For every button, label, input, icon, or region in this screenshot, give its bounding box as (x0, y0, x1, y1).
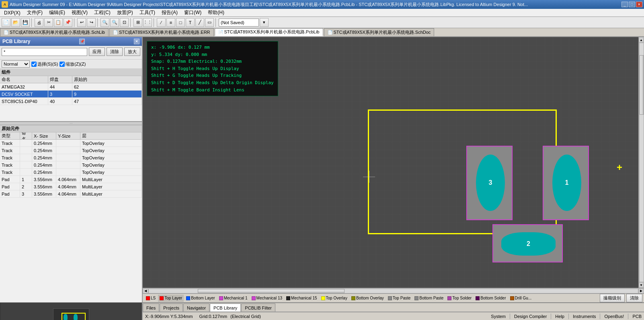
vscroll-track[interactable] (639, 43, 644, 282)
layer-mech15[interactable]: Mechanical 15 (285, 295, 318, 302)
status-help[interactable]: Help (555, 314, 564, 319)
primitive-resize-handle[interactable]: ⋯ (0, 122, 142, 125)
zoom-fit-btn[interactable]: ⊡ (120, 18, 129, 27)
clear-button[interactable]: 清除 (107, 47, 123, 56)
component-row-dc5v[interactable]: DC5V SOCKET 3 9 (0, 91, 142, 98)
status-mode: (Electrical Grid) (230, 314, 261, 319)
tab-pcblib[interactable]: 📄 STC或AT89X5X系列单片机最小系统电路.PcbLib (215, 28, 323, 36)
line-btn[interactable]: ╱ (195, 18, 204, 27)
layer-bottom-paste[interactable]: Bottom Paste (413, 295, 445, 302)
paste-btn[interactable]: 📌 (64, 18, 72, 27)
print-btn[interactable]: 🖨 (35, 18, 43, 27)
text-btn[interactable]: T (186, 18, 195, 27)
prim-row-3[interactable]: Track 0.254mm TopOverlay (0, 161, 142, 169)
layer-bottom-overlay-color (351, 296, 355, 300)
wire-btn[interactable]: ∕ (157, 18, 166, 27)
menu-help[interactable]: 帮助(H) (205, 8, 228, 17)
prim-row-5[interactable]: Pad 1 3.556mm 4.064mm MultiLayer (0, 176, 142, 183)
panel-pin-button[interactable]: 📌 (79, 39, 85, 44)
prim-row-1[interactable]: Track 0.254mm TopOverlay (0, 147, 142, 154)
tab-schlib[interactable]: 📄 STC或AT89X5X系列单片机最小系统电路.SchLib (0, 28, 109, 36)
layer-top-solder[interactable]: Top Solder (446, 295, 473, 302)
status-pcb[interactable]: PCB (632, 314, 642, 319)
layer-top-overlay[interactable]: Top Overlay (320, 295, 349, 302)
tab-projects[interactable]: Projects (160, 303, 183, 312)
layer-clear-button[interactable]: 清除 (626, 294, 642, 302)
menu-reports[interactable]: 报告(A) (158, 8, 181, 17)
menu-place[interactable]: 放置(P) (114, 8, 136, 17)
prim-row-4[interactable]: Track 0.254mm TopOverlay (0, 169, 142, 176)
prim-row-2[interactable]: Track 0.254mm TopOverlay (0, 154, 142, 161)
layer-top[interactable]: Top Layer (158, 295, 184, 302)
component-row-atmega32[interactable]: ATMEGA32 44 62 (0, 83, 142, 91)
status-sep5 (628, 314, 628, 319)
snap-btn[interactable]: ⊞ (133, 18, 142, 27)
component-btn[interactable]: □ (176, 18, 185, 27)
zoom-in-btn[interactable]: 🔍 (100, 18, 109, 27)
select-checkbox[interactable] (31, 62, 37, 67)
layer-bottom[interactable]: Bottom Layer (185, 295, 216, 302)
tab-schdoc[interactable]: 📄 STC或AT89X5X系列单片机最小系统电路.SchDoc (324, 28, 435, 36)
layer-drill-guide[interactable]: Drill Gu... (509, 295, 533, 302)
hscroll-track[interactable] (148, 289, 638, 293)
window-controls[interactable]: _ □ ✕ (621, 2, 642, 7)
minimize-button[interactable]: _ (621, 2, 628, 7)
zoom-button[interactable]: 放大 (124, 47, 140, 56)
menu-dxp[interactable]: DXP(X) (1, 9, 24, 17)
tab-files[interactable]: Files (143, 303, 159, 312)
hscroll-right-button[interactable]: ▶ (638, 289, 644, 293)
menu-file[interactable]: 文件(F) (24, 8, 46, 17)
dropdown-btn[interactable]: ▾ (260, 18, 269, 27)
layer-mech1[interactable]: Mechanical 1 (217, 295, 249, 302)
undo-btn[interactable]: ↩ (77, 18, 86, 27)
component-row-stc89[interactable]: STC89C51-DIP40 40 47 (0, 98, 142, 105)
mode-select[interactable]: Normal (2, 60, 30, 68)
zoom-out-btn[interactable]: 🔍 (110, 18, 119, 27)
tab-err[interactable]: 📄 STC或AT89X5X系列单片机最小系统电路.ERR (109, 28, 214, 36)
apply-button[interactable]: 应用 (89, 47, 105, 56)
layer-zoom-button[interactable]: 撮额级别 (600, 294, 625, 302)
not-saved-input[interactable] (219, 19, 259, 27)
bus-btn[interactable]: ≡ (166, 18, 175, 27)
prim-row-7[interactable]: Pad 3 3.556mm 4.064mm MultiLayer (0, 190, 142, 198)
close-button[interactable]: ✕ (636, 2, 642, 7)
hscroll-left-button[interactable]: ◀ (143, 289, 148, 293)
vscroll-up-button[interactable]: ▲ (639, 37, 644, 43)
prim-row-6[interactable]: Pad 2 3.556mm 4.064mm MultiLayer (0, 183, 142, 190)
search-input[interactable] (2, 48, 87, 56)
prim-row-0[interactable]: Track 0.254mm TopOverlay (0, 140, 142, 147)
layer-bottom-solder[interactable]: Bottom Solder (474, 295, 507, 302)
tab-navigator[interactable]: Navigator (183, 303, 209, 312)
layer-top-paste[interactable]: Top Paste (386, 295, 412, 302)
save-btn[interactable]: 💾 (21, 18, 30, 27)
menu-project[interactable]: 工程(C) (91, 8, 114, 17)
tab-pcb-library[interactable]: PCB Library (210, 303, 241, 312)
layer-bottom-overlay[interactable]: Bottom Overlay (350, 295, 386, 302)
status-openbus[interactable]: OpenBus! (604, 314, 624, 319)
canvas-area[interactable]: x: -9.906 dx: 0.127 mm y: 5.334 dy: 0.00… (143, 37, 638, 288)
tab-pcblib-filter[interactable]: PCBLIB Filter (241, 303, 275, 312)
copy-btn[interactable]: 📋 (54, 18, 63, 27)
status-design-compiler[interactable]: Design Compiler (514, 314, 547, 319)
rect-btn[interactable]: ▭ (205, 18, 214, 27)
vscroll-thumb[interactable] (640, 55, 644, 115)
maximize-button[interactable]: □ (629, 2, 635, 7)
new-btn[interactable]: 📄 (2, 18, 10, 27)
grid-btn[interactable]: ⋮⋮ (143, 18, 152, 27)
hscroll-thumb[interactable] (198, 289, 345, 293)
menu-view[interactable]: 视图(V) (68, 8, 91, 17)
vscroll-down-button[interactable]: ▼ (639, 282, 644, 288)
prim-layer-0: TopOverlay (80, 140, 142, 147)
layer-mech13[interactable]: Mechanical 13 (250, 295, 284, 302)
zoom-checkbox[interactable] (59, 62, 65, 67)
redo-btn[interactable]: ↪ (87, 18, 96, 27)
open-btn[interactable]: 📂 (11, 18, 20, 27)
status-instruments[interactable]: Instruments (573, 314, 596, 319)
panel-close-button[interactable]: ✕ (134, 39, 139, 44)
menu-edit[interactable]: 编辑(E) (46, 8, 68, 17)
status-system[interactable]: System (491, 314, 506, 319)
layer-ls[interactable]: LS (144, 295, 157, 302)
cut-btn[interactable]: ✂ (44, 18, 53, 27)
menu-tools[interactable]: 工具(T) (136, 8, 158, 17)
menu-window[interactable]: 窗口(W) (181, 8, 205, 17)
